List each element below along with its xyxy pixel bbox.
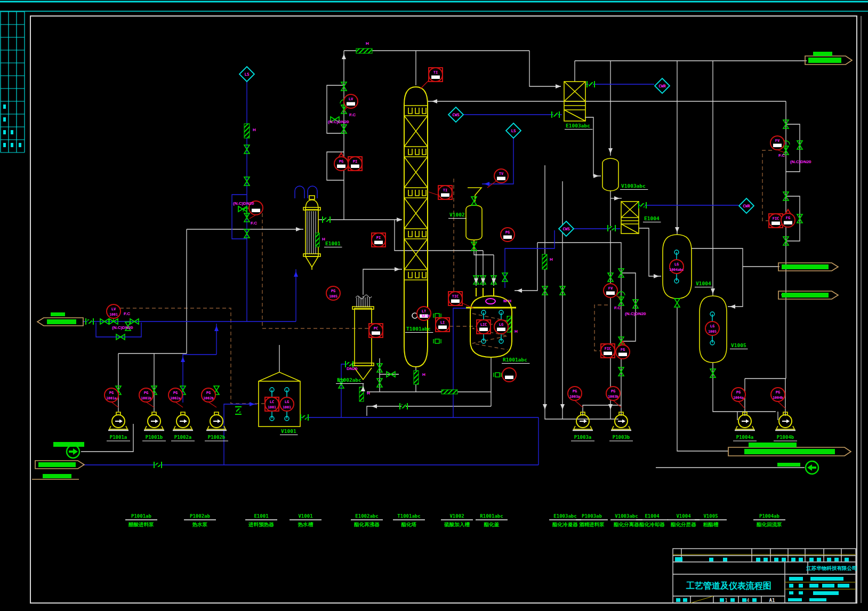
pump bbox=[611, 412, 631, 430]
flow-arrow bbox=[395, 267, 400, 271]
covered-tag bbox=[431, 76, 440, 79]
flow-arrow bbox=[294, 271, 298, 277]
process-line bbox=[515, 243, 537, 291]
flow-arrow bbox=[614, 196, 620, 200]
svg-text:1004b: 1004b bbox=[773, 396, 783, 400]
equipment-tag: V1003abc bbox=[621, 183, 646, 189]
covered-tag bbox=[503, 236, 512, 239]
equipment-tag: E1002abc bbox=[337, 377, 361, 383]
process-line bbox=[692, 248, 743, 307]
svg-text:FG: FG bbox=[621, 348, 625, 352]
valve bbox=[471, 197, 477, 205]
distributor bbox=[422, 190, 426, 196]
svg-text:PG: PG bbox=[144, 391, 148, 395]
index-name: 酒精进料泵 bbox=[578, 521, 605, 527]
flow-arrow bbox=[296, 227, 301, 231]
instrument-leader bbox=[738, 401, 745, 408]
equipment-tag: T1001abc bbox=[406, 326, 431, 332]
svg-text:PI: PI bbox=[353, 159, 357, 164]
index-name: 酯化分离器 bbox=[614, 521, 639, 527]
pipe-class-marker bbox=[235, 407, 242, 414]
index-name: 酯化再沸器 bbox=[354, 521, 380, 527]
svg-text:FG: FG bbox=[786, 216, 790, 220]
note-label: M·H bbox=[422, 313, 430, 318]
process-line bbox=[529, 51, 561, 86]
distributor bbox=[408, 272, 412, 278]
distributor bbox=[415, 190, 419, 196]
instrument-pg: PG1003a bbox=[568, 387, 582, 400]
covered-tag bbox=[773, 144, 782, 148]
equipment-tag: E1003abc bbox=[566, 123, 590, 128]
index-name: 酯化冷却器 bbox=[639, 521, 665, 527]
flow-arrow bbox=[730, 304, 735, 309]
pump-label: P1002a bbox=[174, 435, 192, 440]
instrument-x bbox=[502, 368, 516, 382]
pid-schematic: LV1001LVPGPITITIPIPG1005PCLTTICLILICLGTV… bbox=[0, 0, 868, 611]
index-name: 粗酯槽 bbox=[703, 521, 719, 527]
flow-arrow bbox=[675, 227, 679, 232]
spec-break-hatch bbox=[542, 254, 547, 269]
index-name: 热水泵 bbox=[192, 521, 208, 527]
pump-label: P1004a bbox=[736, 435, 754, 440]
note-label: H bbox=[366, 41, 369, 46]
equipment-tag: V1005 bbox=[731, 342, 746, 348]
instrument-fg: FG bbox=[781, 210, 795, 227]
distributor bbox=[415, 149, 419, 155]
strip-mark bbox=[3, 130, 6, 134]
note-label: F.C bbox=[251, 221, 257, 226]
svg-text:TI: TI bbox=[433, 70, 438, 75]
distributor bbox=[415, 108, 419, 114]
utility-line bbox=[224, 404, 257, 465]
index-name: 热水槽 bbox=[298, 521, 314, 527]
instrument-pc: PC bbox=[369, 324, 383, 337]
instrument-tv: TV bbox=[494, 169, 508, 183]
spec-break-hatch bbox=[414, 371, 419, 384]
instrument-leader bbox=[111, 402, 118, 407]
title-block: 工艺管道及仪表流程图 江苏华物科技有限公司 1 4 A1 bbox=[673, 549, 857, 603]
note-label: (N.C)DN20 bbox=[233, 201, 254, 206]
instrument-fic: FIC bbox=[601, 344, 615, 358]
flow-arrow bbox=[181, 357, 185, 362]
index-tag: P1004ab bbox=[759, 513, 780, 519]
company-name: 江苏华物科技有限公司 bbox=[806, 565, 857, 571]
svg-text:FIC: FIC bbox=[605, 347, 612, 351]
pipe-class-marker bbox=[608, 225, 615, 231]
note-label: (N.C)DN20 bbox=[112, 325, 133, 330]
process-line bbox=[363, 269, 402, 295]
svg-text:PG: PG bbox=[331, 289, 335, 293]
flow-arrow bbox=[608, 404, 613, 409]
spec-break-hatch bbox=[244, 124, 250, 138]
equipment-tag: V1002 bbox=[449, 212, 465, 218]
sheet-total: 4 bbox=[747, 598, 750, 603]
note-label: (N.C)DN20 bbox=[328, 119, 349, 124]
note-label: H bbox=[515, 329, 518, 334]
redacted-stream-label bbox=[782, 293, 829, 298]
equipment-tag: E1001 bbox=[325, 240, 341, 246]
pid-drawing-canvas: LV1001LVPGPITITIPIPG1005PCLTTICLILICLGTV… bbox=[0, 0, 868, 611]
svg-text:1004abc: 1004abc bbox=[669, 268, 684, 272]
pump-label: P1001a bbox=[110, 435, 127, 440]
index-name: 酯化回流泵 bbox=[757, 521, 782, 527]
covered-tag bbox=[351, 165, 359, 168]
svg-text:CWR: CWR bbox=[658, 84, 666, 89]
instrument-lc: LC1001 bbox=[265, 388, 279, 421]
spec-break-hatch bbox=[316, 233, 319, 247]
instrument-leader bbox=[429, 192, 438, 195]
pump-label: P1002b bbox=[208, 435, 226, 440]
note-label: H bbox=[367, 391, 370, 396]
sheet-size: A1 bbox=[769, 598, 775, 603]
covered-tag bbox=[771, 222, 780, 226]
utility-line bbox=[341, 364, 353, 417]
process-line bbox=[367, 406, 491, 416]
process-line bbox=[537, 243, 621, 405]
utility-connector bbox=[806, 461, 818, 474]
revision-strip bbox=[1, 12, 25, 152]
instrument-lg: LG1005 bbox=[705, 312, 719, 345]
svg-text:LV: LV bbox=[111, 307, 116, 311]
flow-arrow bbox=[432, 99, 437, 103]
instrument-li: LI bbox=[436, 318, 449, 332]
svg-text:PG: PG bbox=[611, 389, 615, 393]
instrument-leader bbox=[778, 401, 785, 408]
spec-break-hatch bbox=[356, 49, 372, 53]
redacted-stream-label bbox=[813, 52, 832, 56]
